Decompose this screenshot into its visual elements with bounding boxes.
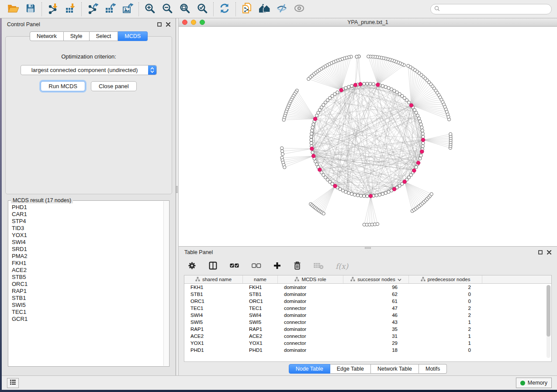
home-button[interactable] <box>256 2 273 16</box>
table-tab-edge-table[interactable]: Edge Table <box>330 364 371 374</box>
result-node[interactable]: ACE2 <box>12 267 163 274</box>
cell-predecessor-nodes[interactable]: 1 <box>409 319 482 326</box>
result-scrollbar[interactable] <box>163 201 169 366</box>
cell-name[interactable]: FKH1 <box>243 284 278 291</box>
splitter-grip[interactable] <box>176 186 178 193</box>
cell-predecessor-nodes[interactable]: 2 <box>409 284 482 291</box>
column-header-successor-nodes[interactable]: successor nodes <box>343 275 409 283</box>
table-row[interactable]: STB1STB1dominator620 <box>184 291 551 298</box>
export-network-button[interactable] <box>84 2 101 16</box>
cell-successor-nodes[interactable]: 62 <box>343 291 409 298</box>
cell-name[interactable]: ACE2 <box>243 333 278 340</box>
cell-MCDS-role[interactable]: dominator <box>278 347 343 354</box>
column-header-shared-name[interactable]: shared name <box>184 275 243 283</box>
result-node[interactable]: TID3 <box>12 225 163 232</box>
cell-MCDS-role[interactable]: dominator <box>278 312 343 319</box>
cell-shared-name[interactable]: YOX1 <box>184 340 243 347</box>
cell-MCDS-role[interactable]: dominator <box>278 298 343 305</box>
cell-shared-name[interactable]: SWI5 <box>184 319 243 326</box>
hide-details-button[interactable] <box>273 2 291 16</box>
add-row-button[interactable] <box>273 261 281 271</box>
cell-name[interactable]: SWI5 <box>243 319 278 326</box>
result-node[interactable]: STB1 <box>12 295 163 302</box>
table-row[interactable]: TEC1TEC1connector472 <box>184 305 551 312</box>
run-mcds-button[interactable]: Run MCDS <box>41 81 85 91</box>
cell-successor-nodes[interactable]: 35 <box>343 326 409 333</box>
cell-MCDS-role[interactable]: connector <box>278 333 343 340</box>
cell-shared-name[interactable]: RAP1 <box>184 326 243 333</box>
result-node[interactable]: GCR1 <box>12 316 163 323</box>
cell-shared-name[interactable]: ORC1 <box>184 298 243 305</box>
zoom-fit-button[interactable] <box>176 2 194 16</box>
result-node[interactable]: SWI5 <box>12 302 163 309</box>
memory-button[interactable]: Memory <box>516 378 552 388</box>
criterion-select[interactable]: largest connected component (undirected) <box>21 65 157 75</box>
result-node[interactable]: SWI4 <box>12 239 163 246</box>
cell-shared-name[interactable]: SWI4 <box>184 312 243 319</box>
cell-MCDS-role[interactable]: dominator <box>278 326 343 333</box>
split-view-button[interactable] <box>208 261 218 272</box>
table-tab-node-table[interactable]: Node Table <box>289 364 330 374</box>
cell-successor-nodes[interactable]: 18 <box>343 347 409 354</box>
table-row[interactable]: RAP1RAP1dominator352 <box>184 326 551 333</box>
cell-name[interactable]: YOX1 <box>243 340 278 347</box>
cell-successor-nodes[interactable]: 47 <box>343 305 409 312</box>
cell-MCDS-role[interactable]: connector <box>278 340 343 347</box>
table-row[interactable]: FKH1FKH1dominator962 <box>184 284 551 291</box>
import-network-button[interactable] <box>44 2 62 16</box>
table-scrollbar-thumb[interactable] <box>547 285 550 337</box>
cell-predecessor-nodes[interactable]: 0 <box>409 291 482 298</box>
table-row[interactable]: SWI5SWI5connector431 <box>184 319 551 326</box>
result-node[interactable]: FKH1 <box>12 260 163 267</box>
cell-MCDS-role[interactable]: dominator <box>278 291 343 298</box>
cell-MCDS-role[interactable]: dominator <box>278 284 343 291</box>
cell-predecessor-nodes[interactable]: 0 <box>409 298 482 305</box>
cell-predecessor-nodes[interactable]: 0 <box>409 347 482 354</box>
cell-successor-nodes[interactable]: 29 <box>343 340 409 347</box>
show-details-button[interactable] <box>291 2 308 16</box>
zoom-selected-button[interactable] <box>194 2 211 16</box>
result-node[interactable]: STB5 <box>12 274 163 281</box>
cell-successor-nodes[interactable]: 46 <box>343 312 409 319</box>
horizontal-splitter-grip[interactable] <box>365 247 371 249</box>
import-table-button[interactable] <box>62 2 79 16</box>
cell-name[interactable]: RAP1 <box>243 326 278 333</box>
result-node[interactable]: CAR1 <box>12 211 163 218</box>
column-header-MCDS-role[interactable]: MCDS role <box>278 275 343 283</box>
clone-network-button[interactable] <box>238 2 256 16</box>
cell-predecessor-nodes[interactable]: 2 <box>409 326 482 333</box>
result-node[interactable]: RAP1 <box>12 288 163 295</box>
search-box[interactable] <box>430 4 552 14</box>
table-row[interactable]: ORC1ORC1dominator610 <box>184 298 551 305</box>
result-node[interactable]: PHD1 <box>12 204 163 211</box>
close-panel-icon[interactable] <box>166 22 170 27</box>
export-image-button[interactable] <box>119 2 136 16</box>
save-session-button[interactable] <box>22 2 39 16</box>
cell-name[interactable]: STB1 <box>243 291 278 298</box>
cell-successor-nodes[interactable]: 31 <box>343 333 409 340</box>
table-tab-network-table[interactable]: Network Table <box>371 364 419 374</box>
tab-select[interactable]: Select <box>90 31 118 41</box>
result-node[interactable]: ORC1 <box>12 281 163 288</box>
table-tab-motifs[interactable]: Motifs <box>419 364 447 374</box>
table-row[interactable]: YOX1YOX1connector291 <box>184 340 551 347</box>
result-node[interactable]: TEC1 <box>12 309 163 316</box>
close-table-panel-icon[interactable] <box>547 250 551 254</box>
cell-predecessor-nodes[interactable]: 1 <box>409 340 482 347</box>
search-input[interactable] <box>442 6 548 12</box>
settings-button[interactable] <box>187 261 197 272</box>
result-node[interactable]: PMA2 <box>12 253 163 260</box>
cell-predecessor-nodes[interactable]: 1 <box>409 333 482 340</box>
column-header-name[interactable]: name <box>243 275 278 283</box>
float-panel-icon[interactable] <box>157 22 162 27</box>
cell-MCDS-role[interactable]: connector <box>278 319 343 326</box>
zoom-out-button[interactable] <box>159 2 176 16</box>
export-table-button[interactable] <box>101 2 119 16</box>
cell-shared-name[interactable]: PHD1 <box>184 347 243 354</box>
table-row[interactable]: SWI4SWI4dominator462 <box>184 312 551 319</box>
cell-name[interactable]: TEC1 <box>243 305 278 312</box>
refresh-view-button[interactable] <box>216 2 233 16</box>
result-node[interactable]: SRD1 <box>12 246 163 253</box>
cell-shared-name[interactable]: TEC1 <box>184 305 243 312</box>
open-file-button[interactable] <box>4 2 22 16</box>
